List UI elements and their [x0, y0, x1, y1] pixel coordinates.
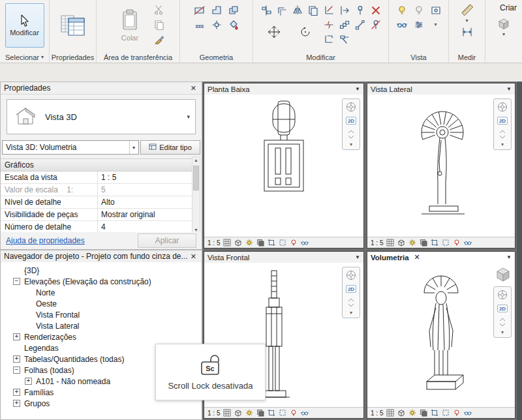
view-menu-icon[interactable]: ▼ — [355, 254, 360, 260]
reveal-hidden-icon[interactable] — [289, 239, 298, 247]
close-browser-icon[interactable]: ✕ — [189, 252, 198, 261]
shadows-icon[interactable] — [419, 239, 427, 247]
visual-style-icon[interactable] — [234, 239, 242, 247]
view-menu-icon[interactable]: ▼ — [355, 86, 360, 92]
view-menu-icon[interactable]: ▼ — [506, 254, 512, 260]
create-dropdown-icon[interactable]: ▾ — [502, 32, 505, 37]
tree-expand-icon[interactable]: + — [13, 355, 20, 363]
temporary-hide-icon[interactable] — [300, 409, 309, 417]
zoom-control-icon[interactable] — [496, 128, 509, 140]
property-value[interactable]: 4 — [98, 221, 192, 233]
visual-style-icon[interactable] — [397, 239, 405, 247]
detail-level-icon[interactable] — [386, 409, 394, 417]
measure-icon[interactable] — [461, 3, 474, 16]
cut-icon[interactable] — [153, 3, 166, 16]
2d-mode-icon[interactable]: 2D — [345, 283, 358, 295]
apply-button[interactable]: Aplicar — [138, 233, 196, 248]
navbar-chevron-down-icon[interactable]: ▾ — [501, 142, 504, 147]
move-icon[interactable] — [268, 25, 281, 38]
close-properties-icon[interactable]: ✕ — [189, 84, 198, 93]
scroll-down-icon[interactable]: ▼ — [192, 228, 200, 232]
dimension-icon[interactable] — [461, 25, 474, 38]
tree-item-renderizacoes[interactable]: + Renderizações — [1, 331, 201, 342]
property-value[interactable]: 1 : 5 — [98, 172, 192, 183]
sun-path-icon[interactable] — [245, 409, 253, 417]
extend-icon[interactable] — [338, 4, 351, 17]
close-view-icon[interactable]: ✕ — [414, 253, 420, 262]
hide-elements-lightbulb-icon[interactable] — [395, 4, 408, 17]
crop-region-icon[interactable] — [278, 239, 286, 247]
type-selector[interactable]: Vista 3D ▾ — [7, 99, 196, 134]
temporary-hide-icon[interactable] — [463, 239, 472, 247]
tree-item-vista-lateral[interactable]: Vista Lateral — [1, 320, 201, 331]
steering-wheel-icon[interactable] — [496, 289, 509, 301]
copy-to-clipboard-icon[interactable] — [153, 18, 166, 31]
view-title-bar[interactable]: Volumetria ✕ ▼ — [367, 252, 515, 263]
shadows-icon[interactable] — [256, 239, 264, 247]
match-type-properties-icon[interactable] — [153, 33, 166, 46]
crop-view-icon[interactable] — [267, 239, 275, 247]
scale-icon[interactable] — [354, 18, 367, 31]
crop-region-icon[interactable] — [278, 409, 286, 417]
view-cube-icon[interactable] — [495, 265, 512, 282]
view-panel-dropdown-icon[interactable]: ▾ — [434, 22, 437, 27]
display-settings-icon[interactable] — [412, 18, 425, 31]
crop-view-icon[interactable] — [430, 239, 438, 247]
paste-button[interactable]: Colar — [110, 3, 149, 48]
properties-palette-button[interactable] — [54, 3, 93, 48]
crop-view-icon[interactable] — [267, 409, 275, 417]
tree-expand-icon[interactable]: + — [25, 378, 32, 385]
trim-icon[interactable] — [322, 4, 335, 17]
zoom-control-icon[interactable] — [345, 128, 358, 140]
array-icon[interactable] — [338, 18, 351, 31]
offset-icon[interactable] — [275, 4, 288, 17]
properties-scrollbar[interactable]: ▲ ▼ — [192, 157, 200, 233]
view-title-bar[interactable]: Vista Frontal ▼ — [204, 252, 363, 263]
tree-item-elevacoes[interactable]: − Elevações (Elevação da construção) — [1, 276, 201, 287]
crop-region-icon[interactable] — [441, 239, 450, 247]
paint-icon[interactable] — [227, 18, 240, 31]
view-canvas[interactable]: 2D ▾ — [367, 95, 515, 237]
tree-expand-icon[interactable]: + — [13, 333, 20, 340]
navbar-chevron-down-icon[interactable]: ▾ — [501, 330, 504, 335]
view-scale-button[interactable]: 1 : 5 — [207, 410, 220, 417]
select-panel-label[interactable]: Selecionar▾ — [0, 53, 49, 62]
2d-mode-icon[interactable]: 2D — [496, 303, 509, 314]
visual-style-icon[interactable] — [234, 409, 242, 417]
property-value[interactable]: Mostrar original — [98, 209, 192, 220]
view-scale-button[interactable]: 1 : 5 — [371, 239, 383, 247]
steering-wheel-icon[interactable] — [345, 101, 358, 113]
tree-item-3d[interactable]: {3D} — [1, 265, 201, 276]
view-canvas[interactable]: 2D ▾ — [367, 263, 515, 408]
view-scale-button[interactable]: 1 : 5 — [207, 239, 220, 247]
steering-wheel-icon[interactable] — [496, 101, 509, 113]
reveal-hidden-icon[interactable] — [452, 409, 461, 417]
view-menu-icon[interactable]: ▼ — [506, 86, 512, 92]
zoom-control-icon[interactable] — [345, 297, 358, 308]
property-value[interactable]: Alto — [98, 196, 192, 208]
split-icon[interactable] — [322, 18, 335, 31]
detail-level-icon[interactable] — [223, 239, 231, 247]
detail-level-icon[interactable] — [386, 239, 394, 247]
combobox-chevron-icon[interactable]: ▾ — [129, 141, 135, 154]
delete-icon[interactable] — [369, 4, 382, 17]
scroll-up-icon[interactable]: ▲ — [192, 158, 200, 162]
unhide-elements-lightbulb-icon[interactable] — [412, 4, 425, 17]
view-box-icon[interactable] — [429, 4, 442, 17]
measure-dropdown-icon[interactable]: ▾ — [465, 18, 468, 23]
isolate-glasses-icon[interactable] — [395, 18, 408, 31]
pin-icon[interactable] — [354, 4, 367, 17]
type-selector-chevron-icon[interactable]: ▾ — [187, 113, 190, 120]
trim-corner-icon[interactable] — [322, 33, 335, 46]
visual-style-icon[interactable] — [397, 409, 405, 417]
coping-icon[interactable] — [210, 4, 223, 17]
tree-item-norte[interactable]: Norte — [1, 287, 201, 298]
navbar-chevron-down-icon[interactable]: ▾ — [350, 142, 352, 147]
tree-collapse-icon[interactable]: − — [13, 278, 20, 285]
tree-item-vista-frontal[interactable]: Vista Frontal — [1, 309, 201, 320]
view-canvas[interactable]: 2D ▾ — [204, 95, 363, 237]
copy-icon[interactable] — [307, 4, 320, 17]
steering-wheel-icon[interactable] — [345, 269, 358, 281]
shadows-icon[interactable] — [256, 409, 264, 417]
navbar-chevron-down-icon[interactable]: ▾ — [350, 310, 352, 316]
